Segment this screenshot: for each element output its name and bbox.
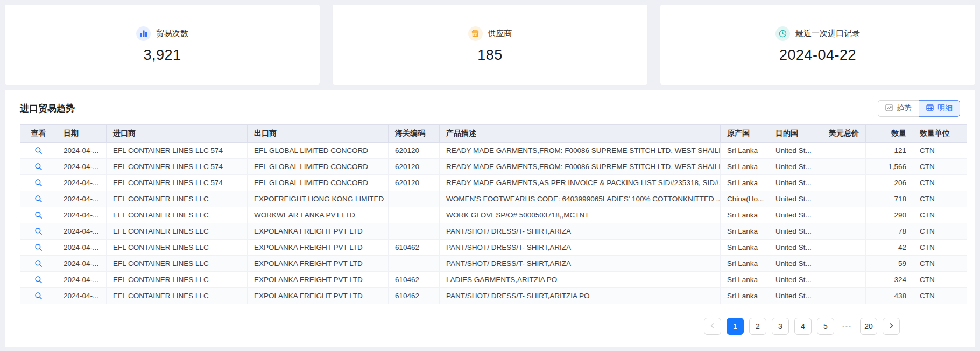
trend-view-button[interactable]: 趋势 xyxy=(878,100,919,117)
stat-card-label: 贸易次数 xyxy=(156,29,188,39)
cell-quantity: 42 xyxy=(866,240,913,256)
column-header-unit: 数量单位 xyxy=(913,125,967,143)
detail-view-button[interactable]: 明细 xyxy=(919,100,960,117)
cell-quantity: 1,566 xyxy=(866,159,913,175)
table-row: 2024-04-...EFL CONTAINER LINES LLC 574EF… xyxy=(20,143,967,159)
view-record-button[interactable] xyxy=(32,226,45,237)
column-header-description: 产品描述 xyxy=(440,125,721,143)
cell-destination: United St... xyxy=(769,191,817,207)
page-button-5[interactable]: 5 xyxy=(817,318,834,335)
next-page-button[interactable] xyxy=(883,318,900,335)
cell-date: 2024-04-... xyxy=(57,223,107,240)
cell-unit: CTN xyxy=(913,207,967,223)
view-cell xyxy=(20,143,57,159)
cell-usd_total xyxy=(817,240,866,256)
trend-button-label: 趋势 xyxy=(897,103,912,113)
cell-hs_code: 620120 xyxy=(389,159,440,175)
view-cell xyxy=(20,288,57,304)
cell-unit: CTN xyxy=(913,191,967,207)
column-header-date: 日期 xyxy=(57,125,107,143)
cell-date: 2024-04-... xyxy=(57,207,107,223)
column-header-importer: 进口商 xyxy=(107,125,248,143)
trade-records-table: 查看日期进口商出口商海关编码产品描述原产国目的国美元总价数量数量单位 2024-… xyxy=(20,124,967,304)
cell-quantity: 718 xyxy=(866,191,913,207)
table-row: 2024-04-...EFL CONTAINER LINES LLCEXPOFR… xyxy=(20,191,967,207)
view-record-button[interactable] xyxy=(32,162,45,172)
view-record-button[interactable] xyxy=(32,210,45,221)
view-record-button[interactable] xyxy=(32,178,45,188)
cell-exporter: EXPOLANKA FREIGHT PVT LTD xyxy=(248,272,389,288)
cell-hs_code xyxy=(389,207,440,223)
view-cell xyxy=(20,256,57,272)
cell-unit: CTN xyxy=(913,288,967,304)
magnifier-icon xyxy=(34,148,43,156)
cell-hs_code: 620120 xyxy=(389,143,440,159)
page-button-last[interactable]: 20 xyxy=(860,318,877,335)
magnifier-icon xyxy=(34,213,43,221)
cell-usd_total xyxy=(817,256,866,272)
cell-date: 2024-04-... xyxy=(57,191,107,207)
cell-date: 2024-04-... xyxy=(57,143,107,159)
column-header-view: 查看 xyxy=(20,125,57,143)
page-button-1[interactable]: 1 xyxy=(727,318,744,335)
cell-description: READY MADE GARMENTS,FROM: F00086 SUPREME… xyxy=(440,143,721,159)
cell-quantity: 206 xyxy=(866,175,913,191)
magnifier-icon xyxy=(34,180,43,188)
stat-card-latest-import: 最近一次进口记录 2024-04-22 xyxy=(660,5,975,85)
magnifier-icon xyxy=(34,277,43,285)
view-record-button[interactable] xyxy=(32,145,45,156)
line-chart-icon xyxy=(885,104,893,113)
magnifier-icon xyxy=(34,196,43,205)
cell-quantity: 324 xyxy=(866,272,913,288)
cell-description: PANT/SHOT/ DRESS/T- SHIRT,ARIZA xyxy=(440,223,721,240)
stat-card-label: 供应商 xyxy=(488,29,512,39)
view-cell xyxy=(20,191,57,207)
cell-quantity: 59 xyxy=(866,256,913,272)
stat-card-label: 最近一次进口记录 xyxy=(795,29,860,39)
cell-usd_total xyxy=(817,143,866,159)
cell-description: PANT/SHOT/ DRESS/T- SHIRT,ARIZA xyxy=(440,256,721,272)
table-row: 2024-04-...EFL CONTAINER LINES LLC 574EF… xyxy=(20,159,967,175)
cell-unit: CTN xyxy=(913,159,967,175)
stat-card-value: 3,921 xyxy=(143,47,181,64)
pagination-ellipsis: ••• xyxy=(840,323,855,329)
cell-exporter: EXPOLANKA FREIGHT PVT LTD xyxy=(248,288,389,304)
cell-description: READY MADE GARMENTS,FROM: F00086 SUPREME… xyxy=(440,159,721,175)
cell-usd_total xyxy=(817,175,866,191)
magnifier-icon xyxy=(34,245,43,253)
cell-quantity: 78 xyxy=(866,223,913,240)
view-record-button[interactable] xyxy=(32,194,45,205)
column-header-hs_code: 海关编码 xyxy=(389,125,440,143)
magnifier-icon xyxy=(34,164,43,172)
cell-destination: United St... xyxy=(769,175,817,191)
cell-importer: EFL CONTAINER LINES LLC xyxy=(107,207,248,223)
cell-origin: China(Ho... xyxy=(721,191,769,207)
stat-card-value: 2024-04-22 xyxy=(779,47,856,64)
cell-origin: Sri Lanka xyxy=(721,143,769,159)
page-button-4[interactable]: 4 xyxy=(794,318,812,335)
cell-description: PANT/SHOT/ DRESS/T- SHIRT,ARIZA xyxy=(440,240,721,256)
table-row: 2024-04-...EFL CONTAINER LINES LLCEXPOLA… xyxy=(20,223,967,240)
cell-exporter: EXPOLANKA FREIGHT PVT LTD xyxy=(248,223,389,240)
cell-date: 2024-04-... xyxy=(57,288,107,304)
page-button-2[interactable]: 2 xyxy=(749,318,766,335)
cell-exporter: EXPOFREIGHT HONG KONG LIMITED xyxy=(248,191,389,207)
cell-description: WOMEN'S FOOTWEARHS CODE: 6403999065LADIE… xyxy=(440,191,721,207)
view-record-button[interactable] xyxy=(32,242,45,253)
previous-page-button[interactable] xyxy=(704,318,721,335)
cell-description: LADIES GARMENTS,ARITZIA PO xyxy=(440,272,721,288)
cell-unit: CTN xyxy=(913,223,967,240)
cell-origin: Sri Lanka xyxy=(721,272,769,288)
page-button-3[interactable]: 3 xyxy=(772,318,789,335)
cell-importer: EFL CONTAINER LINES LLC 574 xyxy=(107,143,248,159)
view-record-button[interactable] xyxy=(32,258,45,269)
cell-date: 2024-04-... xyxy=(57,272,107,288)
stat-card-suppliers: 供应商 185 xyxy=(333,5,647,85)
view-record-button[interactable] xyxy=(32,275,45,285)
view-toggle: 趋势 明细 xyxy=(878,100,960,117)
import-trend-panel: 进口贸易趋势 趋势 明细 查看日期进口商出口商海关编码产品描述原产国目的国美元总… xyxy=(5,90,975,347)
cell-exporter: EFL GLOBAL LIMITED CONCORD xyxy=(248,143,389,159)
view-cell xyxy=(20,207,57,223)
stat-cards: 贸易次数 3,921 供应商 185 最近一次进口记录 2024-04-22 xyxy=(5,5,975,85)
view-record-button[interactable] xyxy=(32,291,45,301)
